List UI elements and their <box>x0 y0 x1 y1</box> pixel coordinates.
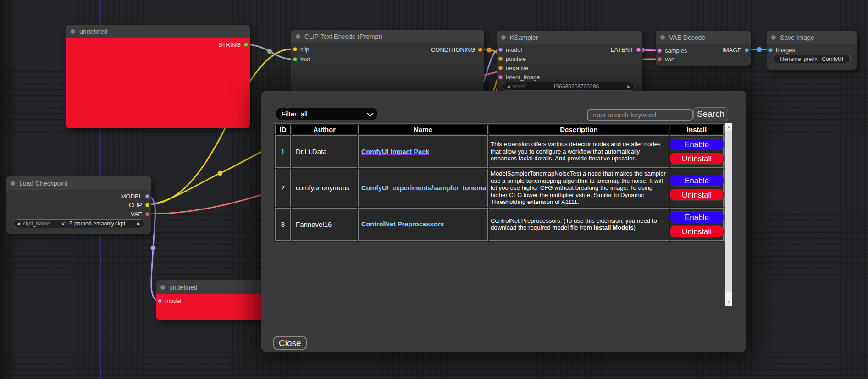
cell-description: ControlNet Preprocessors. (To use this e… <box>489 208 669 241</box>
node-save-image[interactable]: Save Image images filename_prefix ComfyU… <box>767 31 857 70</box>
port-vae-output[interactable] <box>145 212 149 216</box>
port-model-output[interactable] <box>145 194 149 198</box>
reroute-dot-purple[interactable] <box>151 246 156 251</box>
close-button[interactable]: Close <box>273 336 307 350</box>
port-positive-input[interactable] <box>498 57 503 61</box>
cell-id: 1 <box>275 135 291 168</box>
table-row: 2 comfyanonymous ComfyUI_experiments/sam… <box>275 169 724 207</box>
col-header-description: Description <box>489 125 669 134</box>
node-title-bar[interactable]: undefined <box>66 25 250 38</box>
uninstall-button[interactable]: Uninstall <box>670 189 724 201</box>
enable-button[interactable]: Enable <box>670 211 724 223</box>
enable-button[interactable]: Enable <box>670 175 724 187</box>
node-title-bar[interactable]: KSampler <box>497 31 642 44</box>
table-row: 3 Fannovel16 ControlNet Preprocessors Co… <box>275 208 724 241</box>
node-clip-text-encode[interactable]: CLIP Text Encode (Prompt) clip text COND… <box>291 30 484 94</box>
node-collapse-dot-icon[interactable] <box>71 29 75 34</box>
input-model: model <box>158 297 181 305</box>
seed-value: 156680208700286 <box>527 83 625 90</box>
node-title: undefined <box>79 28 108 35</box>
search-input[interactable] <box>587 109 693 121</box>
port-images-input[interactable] <box>768 48 773 52</box>
node-ksampler[interactable]: KSampler model positive negative latent_… <box>497 31 642 99</box>
scroll-down-icon[interactable]: ▼ <box>725 298 732 306</box>
next-arrow-icon[interactable]: ▶ <box>137 221 140 226</box>
port-string-output[interactable] <box>244 43 248 47</box>
node-collapse-dot-icon[interactable] <box>660 35 665 40</box>
port-clip-input[interactable] <box>293 47 297 51</box>
input-samples: samples <box>658 46 687 55</box>
node-title-bar[interactable]: Save Image <box>767 31 857 44</box>
filter-select[interactable]: Filter: all <box>276 108 377 120</box>
node-title-bar[interactable]: undefined <box>156 280 266 294</box>
node-title: CLIP Text Encode (Prompt) <box>304 33 382 40</box>
extension-link[interactable]: ComfyUI_experiments/sampler_tonemap <box>361 184 488 192</box>
search-button[interactable]: Search <box>693 107 728 121</box>
port-samples-input[interactable] <box>658 49 662 53</box>
output-string: STRING <box>218 40 248 49</box>
node-vae-decode[interactable]: VAE Decode samples vae IMAGE <box>656 31 751 66</box>
port-latent-image-input[interactable] <box>498 75 503 79</box>
node-collapse-dot-icon[interactable] <box>501 35 506 40</box>
next-arrow-icon[interactable]: ▶ <box>627 84 630 89</box>
input-latent-image: latent_image <box>498 73 540 81</box>
cell-author: comfyanonymous <box>292 169 357 207</box>
extension-link[interactable]: ComfyUI Impact Pack <box>361 148 429 155</box>
ckpt-name-value: v1-5-pruned-emaonly.ckpt <box>53 220 134 227</box>
node-collapse-dot-icon[interactable] <box>160 285 165 290</box>
reroute-dot-yellow[interactable] <box>218 171 223 176</box>
uninstall-button[interactable]: Uninstall <box>670 153 724 165</box>
seed-widget[interactable]: ◀ seed 156680208700286 ▶ <box>503 82 635 91</box>
port-model-input[interactable] <box>498 48 503 52</box>
node-collapse-dot-icon[interactable] <box>771 35 776 40</box>
scroll-up-icon[interactable]: ▲ <box>725 123 732 131</box>
node-load-checkpoint[interactable]: Load Checkpoint MODEL CLIP VAE ◀ ckpt_na… <box>6 176 151 234</box>
port-vae-input[interactable] <box>658 57 662 61</box>
node-undefined-bottom[interactable]: undefined model <box>156 280 266 320</box>
node-undefined-top[interactable]: undefined STRING <box>66 25 250 128</box>
output-model: MODEL <box>121 192 149 200</box>
extension-table: ID Author Name Description Install 1 Dr.… <box>274 123 725 242</box>
extension-manager-dialog: Filter: all Search ID Author Name Descri… <box>261 91 746 352</box>
input-clip: clip <box>293 45 310 53</box>
cell-author: Dr.Lt.Data <box>292 135 357 168</box>
output-latent: LATENT <box>611 45 641 54</box>
comfyui-canvas[interactable]: undefined STRING CLIP Text Encode (Promp… <box>0 0 868 379</box>
node-title: KSampler <box>510 34 538 41</box>
output-clip: CLIP <box>129 201 149 209</box>
filename-prefix-widget[interactable]: filename_prefix ComfyUI <box>773 55 851 63</box>
extension-link[interactable]: ControlNet Preprocessors <box>361 220 444 228</box>
reroute-dot-blue[interactable] <box>757 47 762 52</box>
node-title: Save Image <box>780 34 814 41</box>
filter-select-value: Filter: all <box>282 110 308 118</box>
uninstall-button[interactable]: Uninstall <box>670 225 724 237</box>
vertical-scrollbar[interactable]: ▲ ▼ <box>725 123 732 306</box>
reroute-dot-orange[interactable] <box>487 48 492 53</box>
scrollbar-thumb[interactable] <box>725 131 732 292</box>
port-image-output[interactable] <box>745 48 749 52</box>
node-collapse-dot-icon[interactable] <box>296 34 300 39</box>
prev-arrow-icon[interactable]: ◀ <box>507 84 510 89</box>
ckpt-name-widget[interactable]: ◀ ckpt_name v1-5-pruned-emaonly.ckpt ▶ <box>13 219 144 228</box>
output-vae: VAE <box>131 210 149 218</box>
enable-button[interactable]: Enable <box>670 138 724 150</box>
port-clip-output[interactable] <box>145 203 149 207</box>
node-collapse-dot-icon[interactable] <box>11 181 15 186</box>
reroute-dot-gray[interactable] <box>267 49 272 54</box>
col-header-name: Name <box>358 125 488 134</box>
port-conditioning-output[interactable] <box>478 48 482 52</box>
port-model-input[interactable] <box>158 299 162 303</box>
node-title-bar[interactable]: CLIP Text Encode (Prompt) <box>291 30 484 43</box>
cell-description: ModelSamplerTonemapNoiseTest a node that… <box>489 169 669 207</box>
port-negative-input[interactable] <box>498 66 503 70</box>
input-positive: positive <box>498 55 526 63</box>
node-title-bar[interactable]: Load Checkpoint <box>6 176 151 190</box>
cell-id: 2 <box>275 169 291 207</box>
node-title-bar[interactable]: VAE Decode <box>656 31 751 44</box>
port-latent-output[interactable] <box>636 48 641 52</box>
input-vae: vae <box>658 55 674 63</box>
prev-arrow-icon[interactable]: ◀ <box>17 221 20 226</box>
output-conditioning: CONDITIONING <box>431 45 482 54</box>
input-images: images <box>768 46 795 54</box>
port-text-input[interactable] <box>293 57 297 61</box>
